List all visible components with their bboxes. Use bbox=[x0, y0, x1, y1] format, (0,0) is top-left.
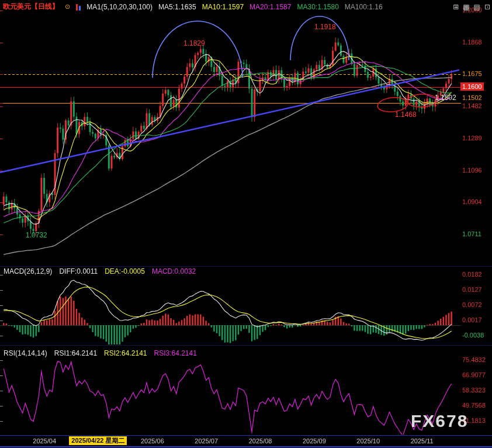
rsi3-value: RSI3:64.2141 bbox=[154, 349, 197, 357]
zoom-in-icon[interactable]: ⊞ bbox=[453, 3, 459, 11]
alert-icon[interactable]: ⊙ bbox=[65, 3, 70, 11]
rsi1-value: RSI1:64.2141 bbox=[54, 349, 97, 357]
ma-legend: MA5:1.1635MA10:1.1597MA20:1.1587MA30:1.1… bbox=[158, 3, 383, 11]
chart-header: 欧元美元【日线】 ⊙ MA1(5,10,20,30,100) MA5:1.163… bbox=[3, 2, 490, 12]
chart-canvas[interactable] bbox=[0, 0, 492, 448]
ma-legend-value-30: MA30:1.1580 bbox=[297, 3, 338, 11]
macd-legend: MACD(26,12,9) DIFF:0.0011 DEA:-0.0005 MA… bbox=[4, 267, 196, 275]
macd-title[interactable]: MACD(26,12,9) bbox=[4, 267, 52, 275]
ma-legend-value-10: MA10:1.1597 bbox=[202, 3, 244, 11]
trading-chart-app: 欧元美元【日线】 ⊙ MA1(5,10,20,30,100) MA5:1.163… bbox=[0, 0, 492, 448]
rsi-legend: RSI(14,14,14) RSI1:64.2141 RSI2:64.2141 … bbox=[4, 349, 197, 357]
rsi2-value: RSI2:64.2141 bbox=[104, 349, 147, 357]
macd-dea-value: DEA:-0.0005 bbox=[105, 267, 145, 275]
ma-settings-label[interactable]: MA1(5,10,20,30,100) bbox=[86, 3, 153, 11]
fx678-watermark: FX678 bbox=[411, 411, 468, 431]
fullscreen-icon[interactable]: ⊡ bbox=[484, 3, 490, 11]
macd-macd-value: MACD:0.0032 bbox=[152, 267, 196, 275]
price-line-badge: 1.1600 bbox=[460, 82, 484, 91]
indicator-list-icon[interactable]: ▤ bbox=[474, 3, 480, 11]
ma-legend-value-5: MA5:1.1635 bbox=[158, 3, 196, 11]
candlestick-icon bbox=[76, 4, 81, 11]
ma-legend-value-100: MA100:1.16 bbox=[345, 3, 383, 11]
symbol-title[interactable]: 欧元美元【日线】 bbox=[3, 2, 59, 12]
macd-diff-value: DIFF:0.0011 bbox=[59, 267, 98, 275]
header-toolbar: ⊞ ▦ ▤ ⊡ bbox=[453, 3, 490, 11]
chart-grid-icon[interactable]: ▦ bbox=[463, 3, 469, 11]
rsi-title[interactable]: RSI(14,14,14) bbox=[4, 349, 47, 357]
ma-legend-value-20: MA20:1.1587 bbox=[250, 3, 291, 11]
